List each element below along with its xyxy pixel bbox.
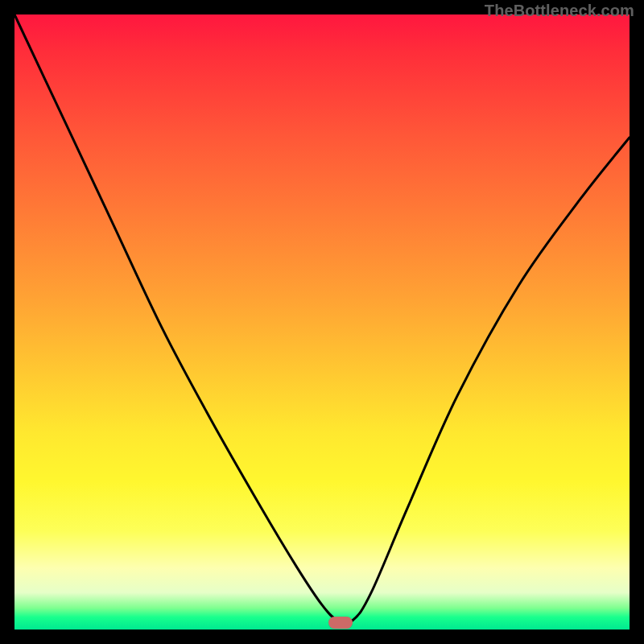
plot-area: [14, 14, 630, 630]
chart-frame: TheBottleneck.com: [0, 0, 644, 644]
watermark-text: TheBottleneck.com: [485, 2, 634, 20]
bottleneck-curve: [14, 14, 630, 630]
curve-minimum-marker: [328, 617, 353, 629]
